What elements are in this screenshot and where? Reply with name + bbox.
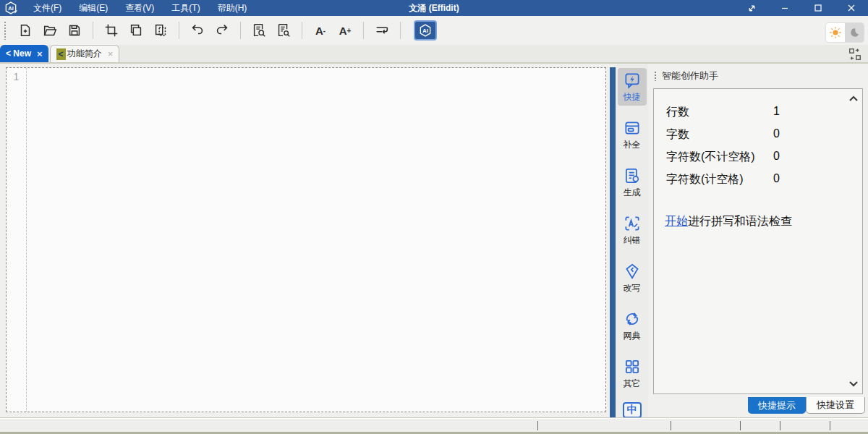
toolbar-separator [93, 22, 93, 39]
toolbar-separator [240, 22, 241, 39]
menu-bar: 文件(F) 编辑(E) 查看(V) 工具(T) 帮助(H) [25, 0, 255, 16]
svg-text:AI: AI [8, 5, 14, 12]
statusbar-divider [780, 421, 780, 430]
font-increase-icon[interactable]: A+ [336, 21, 354, 40]
completion-card-icon [623, 119, 642, 137]
panel-title: 智能创作助手 [662, 69, 718, 82]
status-bar [0, 417, 868, 434]
rail-item-proofread[interactable]: 纠错 [618, 211, 647, 249]
rail-item-others[interactable]: 其它 [618, 354, 647, 392]
undo-icon[interactable] [188, 21, 207, 40]
tab-close-icon[interactable]: × [108, 49, 114, 59]
rail-label: 生成 [624, 187, 641, 199]
scroll-down-icon[interactable] [848, 378, 859, 389]
stat-value: 1 [773, 105, 780, 118]
rail-label: 纠错 [624, 234, 641, 247]
statusbar-divider [671, 421, 671, 430]
stat-label: 行数 [666, 105, 689, 120]
ai-assistant-icon[interactable]: AI [414, 20, 437, 41]
layout-swap-icon[interactable] [848, 47, 862, 61]
new-file-icon[interactable] [16, 21, 35, 40]
expand-icon[interactable] [735, 0, 768, 16]
toolbar-grip[interactable] [4, 21, 7, 40]
menu-help[interactable]: 帮助(H) [209, 0, 256, 16]
tab-label: 功能简介 [67, 48, 102, 60]
spell-check-row: 开始进行拼写和语法检查 [654, 214, 862, 229]
tab-feature-intro[interactable]: < 功能简介 × [50, 45, 120, 62]
toolbar-separator [179, 22, 179, 39]
rail-label: 改写 [624, 282, 641, 294]
statusbar-divider [537, 421, 538, 430]
stat-label: 字数 [666, 127, 689, 142]
editor: 1 [6, 67, 606, 412]
tab-close-icon[interactable]: × [37, 49, 43, 59]
dark-theme-icon[interactable] [845, 23, 864, 42]
start-check-link[interactable]: 开始 [665, 215, 688, 227]
tab-label: < New [6, 48, 31, 59]
crop-icon[interactable] [102, 21, 121, 40]
menu-file[interactable]: 文件(F) [25, 0, 70, 16]
rail-item-dictionary[interactable]: 网典 [618, 307, 647, 344]
document-tab-bar: < New × < 功能简介 × [0, 45, 868, 64]
redo-icon[interactable] [213, 21, 231, 40]
rail-item-quick[interactable]: 快捷 [618, 68, 647, 106]
chinese-mode-icon[interactable]: 中 [623, 402, 642, 418]
assistant-panel: 智能创作助手 行数 1 字数 0 [648, 64, 868, 417]
window-controls [735, 0, 868, 16]
rail-label: 网典 [624, 330, 641, 342]
editor-panel-splitter[interactable] [610, 67, 616, 417]
paste-icon[interactable] [151, 21, 170, 40]
tab-new[interactable]: < New × [0, 45, 48, 62]
copy-icon[interactable] [127, 21, 145, 40]
effidit-window: AI 文件(F) 编辑(E) 查看(V) 工具(T) 帮助(H) 文涌 (Eff… [0, 0, 868, 434]
stat-value: 0 [773, 172, 780, 185]
stat-label: 字符数(计空格) [666, 172, 744, 187]
toolbar-separator [302, 22, 302, 39]
stat-value: 0 [773, 127, 780, 140]
rail-label: 其它 [624, 378, 641, 390]
menu-tools[interactable]: 工具(T) [163, 0, 208, 16]
panel-header: 智能创作助手 [654, 69, 718, 82]
statusbar-divider [830, 421, 830, 430]
font-decrease-icon[interactable]: A- [311, 21, 330, 40]
stat-row-lines: 行数 1 [654, 105, 862, 127]
toolbar-separator [400, 22, 401, 39]
text-input-area[interactable] [27, 68, 605, 412]
title-bar: AI 文件(F) 编辑(E) 查看(V) 工具(T) 帮助(H) 文涌 (Eff… [0, 0, 868, 16]
main-area: 1 快捷 [0, 64, 868, 417]
replace-icon[interactable] [274, 21, 293, 40]
close-icon[interactable] [835, 0, 868, 16]
menu-view[interactable]: 查看(V) [116, 0, 163, 16]
stat-row-chars-with-space: 字符数(计空格) 0 [654, 172, 862, 195]
text-stats: 行数 1 字数 0 字符数(不计空格) 0 字符数(计空格) 0 [654, 89, 862, 195]
panel-content: 行数 1 字数 0 字符数(不计空格) 0 字符数(计空格) 0 [653, 88, 863, 394]
open-file-icon[interactable] [41, 21, 59, 40]
rewrite-gem-icon [623, 262, 642, 281]
find-icon[interactable] [250, 21, 268, 40]
tab-quick-settings[interactable]: 快捷设置 [806, 397, 865, 414]
minimize-icon[interactable] [768, 0, 801, 16]
rail-item-rewrite[interactable]: 改写 [618, 259, 647, 297]
window-title: 文涌 (Effidit) [409, 2, 459, 14]
word-wrap-icon[interactable] [373, 21, 391, 40]
proofread-brackets-icon [623, 214, 642, 233]
statusbar-divider [740, 421, 741, 430]
rail-item-completion[interactable]: 补全 [618, 116, 647, 153]
stat-value: 0 [773, 150, 780, 163]
check-description: 进行拼写和语法检查 [688, 215, 792, 227]
toolbar-separator [363, 22, 364, 39]
drag-handle-icon[interactable] [654, 71, 657, 81]
save-icon[interactable] [65, 21, 84, 40]
theme-toggle [826, 23, 864, 42]
generate-doc-bulb-icon [623, 166, 642, 185]
light-theme-icon[interactable] [826, 23, 845, 42]
line-number-gutter: 1 [7, 68, 27, 412]
rail-label: 快捷 [624, 91, 641, 103]
rail-item-generate[interactable]: 生成 [618, 163, 647, 201]
maximize-icon[interactable] [801, 0, 835, 16]
tab-quick-tips[interactable]: 快捷提示 [748, 397, 806, 414]
toolbar: A- A+ AI [0, 16, 868, 45]
menu-edit[interactable]: 编辑(E) [70, 0, 116, 16]
scroll-up-icon[interactable] [848, 93, 859, 105]
stat-row-chars-no-space: 字符数(不计空格) 0 [654, 150, 862, 172]
